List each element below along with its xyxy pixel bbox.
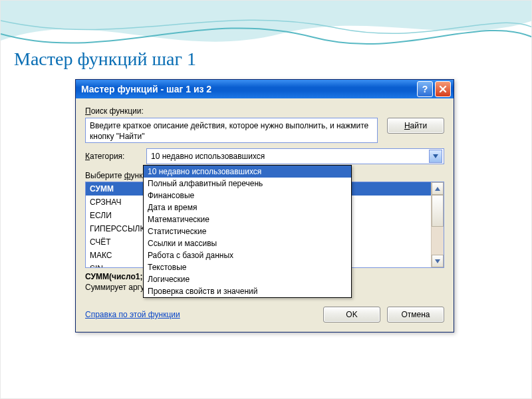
dialog-title: Мастер функций - шаг 1 из 2	[81, 84, 211, 94]
dropdown-option[interactable]: Полный алфавитный перечень	[144, 178, 351, 190]
dropdown-option[interactable]: Математические	[144, 213, 351, 225]
cancel-button[interactable]: Отмена	[387, 307, 444, 323]
scroll-track[interactable]	[432, 195, 444, 255]
dropdown-option[interactable]: Статистические	[144, 225, 351, 237]
help-link[interactable]: Справка по этой функции	[85, 310, 180, 319]
function-wizard-dialog: Мастер функций - шаг 1 из 2 ? Поиск функ…	[75, 79, 454, 332]
slide-title: Мастер функций шаг 1	[14, 49, 196, 70]
close-button[interactable]	[435, 81, 451, 97]
dropdown-option[interactable]: Ссылки и массивы	[144, 237, 351, 249]
dropdown-option[interactable]: Работа с базой данных	[144, 249, 351, 261]
dropdown-option[interactable]: Текстовые	[144, 261, 351, 273]
dropdown-option[interactable]: Проверка свойств и значений	[144, 285, 351, 297]
category-dropdown[interactable]: 10 недавно использовавшихся Полный алфав…	[143, 165, 352, 298]
search-input[interactable]	[85, 118, 378, 143]
category-combobox[interactable]: 10 недавно использовавшихся	[146, 148, 444, 164]
close-icon	[439, 85, 447, 93]
scroll-down-icon[interactable]	[432, 255, 444, 267]
category-label: Категория:	[85, 152, 142, 161]
dialog-titlebar[interactable]: Мастер функций - шаг 1 из 2 ?	[76, 80, 454, 98]
ok-button[interactable]: OK	[323, 307, 380, 323]
help-button[interactable]: ?	[417, 81, 433, 97]
dropdown-option[interactable]: Логические	[144, 273, 351, 285]
search-label: Поиск функции:	[85, 106, 444, 116]
scrollbar[interactable]	[431, 182, 444, 267]
dropdown-option[interactable]: Финансовые	[144, 190, 351, 201]
chevron-down-icon[interactable]	[429, 150, 442, 163]
dropdown-option[interactable]: 10 недавно использовавшихся	[144, 166, 351, 178]
dropdown-option[interactable]: Дата и время	[144, 201, 351, 213]
find-button[interactable]: Найти	[387, 118, 444, 134]
scroll-up-icon[interactable]	[432, 182, 444, 195]
scroll-thumb[interactable]	[432, 195, 444, 227]
category-value: 10 недавно использовавшихся	[151, 152, 265, 161]
